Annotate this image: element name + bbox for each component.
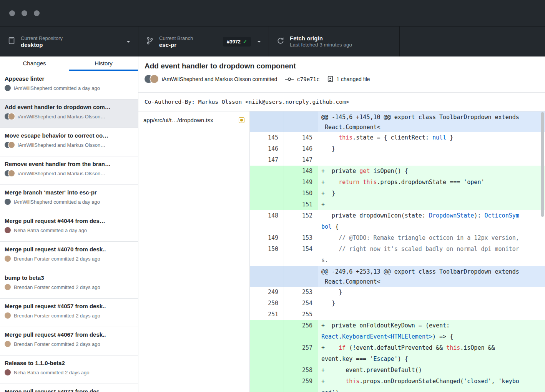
old-line-number: 249 xyxy=(250,287,284,298)
old-line-number: 145 xyxy=(250,132,284,143)
commit-meta: iAmWillShepherd and Markus Olsson… xyxy=(5,113,133,120)
diff-row: 148152 private dropdownIcon(state: Dropd… xyxy=(250,210,545,233)
new-line-number: 154 xyxy=(284,244,318,266)
diff-row: 256+ private onFoldoutKeyDown = (event: … xyxy=(250,320,545,342)
commit-list-item[interactable]: Add event handler to dropdown com…iAmWil… xyxy=(0,100,138,128)
changed-files-count: 1 changed file xyxy=(336,76,370,82)
minimize-window-button[interactable] xyxy=(22,10,27,16)
sidebar: Changes History Appease linteriAmWillShe… xyxy=(0,56,138,392)
fetch-origin-button[interactable]: Fetch origin Last fetched 3 minutes ago xyxy=(269,27,400,56)
commit-meta-text: iAmWillShepherd and Markus Olsson… xyxy=(18,142,105,148)
avatar xyxy=(5,227,11,233)
commit-list-item[interactable]: Merge pull request #4067 from desk..Bren… xyxy=(0,327,138,355)
avatar xyxy=(8,170,15,176)
scrollbar-thumb[interactable] xyxy=(541,112,544,217)
diff-code-line: + this.props.onDropdownStateChanged('clo… xyxy=(318,376,545,392)
commit-list-item[interactable]: bump to beta3Brendan Forster committed 2… xyxy=(0,270,138,299)
diff-row: 146146 } xyxy=(250,143,545,154)
commit-title: Merge pull request #4044 from des… xyxy=(5,218,133,224)
new-line-number: 149 xyxy=(284,177,318,188)
avatar-group xyxy=(5,142,15,148)
sync-icon xyxy=(277,37,284,46)
repo-icon xyxy=(8,37,15,46)
avatar xyxy=(150,75,158,83)
commit-list-item[interactable]: Release to 1.1.0-beta2Neha Batra committ… xyxy=(0,355,138,384)
new-line-number: 145 xyxy=(284,132,318,143)
commit-list-item[interactable]: Remove event handler from the bran…iAmWi… xyxy=(0,156,138,185)
commit-meta: iAmWillShepherd and Markus Olsson… xyxy=(5,170,133,176)
commit-summary-title: Add event handler to dropdown component xyxy=(145,62,539,70)
new-line-number: 255 xyxy=(284,309,318,320)
old-line-number: 250 xyxy=(250,298,284,309)
new-line-number: 258 xyxy=(284,365,318,376)
tab-history[interactable]: History xyxy=(69,56,138,71)
diff-row: 249253 } xyxy=(250,287,545,298)
repo-label: Current Repository xyxy=(21,36,63,41)
check-icon: ✓ xyxy=(243,39,247,45)
commit-meta-text: iAmWillShepherd committed a day ago xyxy=(14,85,100,91)
new-line-number: 257 xyxy=(284,342,318,365)
tab-changes[interactable]: Changes xyxy=(0,56,69,71)
commit-list-item[interactable]: Merge pull request #4057 from desk..Bren… xyxy=(0,299,138,327)
maximize-window-button[interactable] xyxy=(34,10,40,16)
diff-code-line: } xyxy=(318,287,545,298)
coauthor-line: Co-Authored-By: Markus Olsson <niik@user… xyxy=(138,92,545,111)
diff-row: @@ -249,6 +253,13 @@ export class Toolba… xyxy=(250,266,545,287)
avatar-group xyxy=(5,85,11,91)
commit-meta: iAmWillShepherd and Markus Olsson… xyxy=(5,142,133,148)
commit-meta-text: Brendan Forster committed 2 days ago xyxy=(14,313,100,319)
old-line-number: 146 xyxy=(250,143,284,154)
file-list-item[interactable]: app/src/ui/t…/dropdown.tsx xyxy=(138,111,249,128)
close-window-button[interactable] xyxy=(9,10,15,16)
commit-list-item[interactable]: Merge pull request #4044 from des…Neha B… xyxy=(0,213,138,242)
commit-meta-text: iAmWillShepherd and Markus Olsson… xyxy=(18,171,105,176)
commit-list-item[interactable]: Move escape behavior to correct co…iAmWi… xyxy=(0,128,138,156)
diff-row: 258+ event.preventDefault() xyxy=(250,365,545,376)
new-line-number: 151 xyxy=(284,199,318,210)
commit-list-item[interactable]: Appease linteriAmWillShepherd committed … xyxy=(0,71,138,100)
old-line-number xyxy=(250,342,284,365)
pr-status-badge: #3972 ✓ xyxy=(223,37,251,47)
avatar xyxy=(8,113,15,120)
commit-meta: Brendan Forster committed 2 days ago xyxy=(5,284,133,290)
old-line-number xyxy=(250,166,284,177)
new-line-number: 153 xyxy=(284,233,318,244)
sidebar-tabs: Changes History xyxy=(0,56,138,71)
new-line-number: 152 xyxy=(284,210,318,233)
new-line-number: 253 xyxy=(284,287,318,298)
old-line-number: 147 xyxy=(250,154,284,166)
new-line-number: 147 xyxy=(284,154,318,166)
branch-switcher-button[interactable]: Current Branch esc-pr #3972 ✓ xyxy=(138,27,269,56)
diff-code-line xyxy=(318,154,545,166)
new-line-number: 256 xyxy=(284,320,318,342)
diff-row: 251255 xyxy=(250,309,545,320)
diff-code-line: + return this.props.dropdownState === 'o… xyxy=(318,177,545,188)
diff-code-line: @@ -145,6 +145,10 @@ export class Toolba… xyxy=(318,111,545,132)
modified-status-icon xyxy=(239,117,244,123)
commit-title: Merge branch 'master' into esc-pr xyxy=(5,189,133,196)
changed-files-panel: app/src/ui/t…/dropdown.tsx xyxy=(138,111,250,392)
diff-row: @@ -145,6 +145,10 @@ export class Toolba… xyxy=(250,111,545,132)
avatar xyxy=(5,341,11,347)
old-line-number xyxy=(250,320,284,342)
commit-meta-text: iAmWillShepherd and Markus Olsson… xyxy=(18,114,105,120)
old-line-number xyxy=(250,111,284,132)
repository-switcher-button[interactable]: Current Repository desktop xyxy=(0,27,138,56)
avatar-group xyxy=(5,312,11,319)
old-line-number xyxy=(250,188,284,199)
commit-meta: Brendan Forster committed 2 days ago xyxy=(5,256,133,262)
repo-name: desktop xyxy=(21,42,63,48)
commit-title: Merge pull request #4072 from des… xyxy=(5,388,133,392)
commit-list-item[interactable]: Merge pull request #4070 from desk..Bren… xyxy=(0,242,138,270)
new-line-number xyxy=(284,266,318,287)
commit-list-item[interactable]: Merge branch 'master' into esc-priAmWill… xyxy=(0,185,138,213)
commit-meta-text: Brendan Forster committed 2 days ago xyxy=(14,256,100,262)
commit-meta: Neha Batra committed 2 days ago xyxy=(5,369,133,375)
branch-name: esc-pr xyxy=(159,42,193,48)
commit-title: Merge pull request #4067 from desk.. xyxy=(5,331,133,338)
diff-code-line: + event.preventDefault() xyxy=(318,365,545,376)
commit-meta-text: iAmWillShepherd committed a day ago xyxy=(14,199,100,205)
commit-meta-text: Neha Batra committed a day ago xyxy=(14,228,87,233)
commit-list-item[interactable]: Merge pull request #4072 from des… xyxy=(0,384,138,392)
avatar xyxy=(5,199,11,205)
